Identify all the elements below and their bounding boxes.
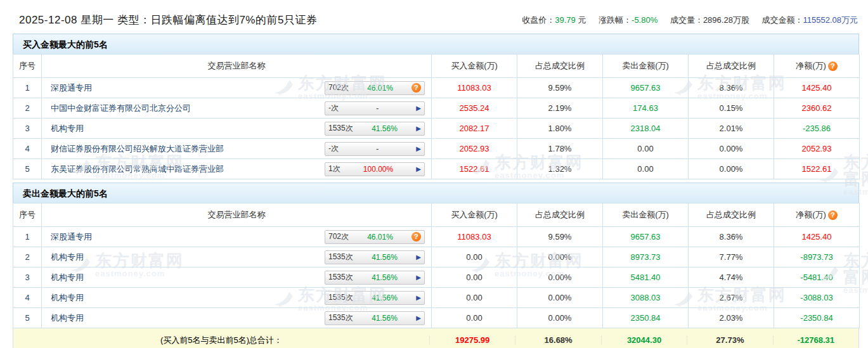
sell-ratio-cell: 8.36% xyxy=(689,78,774,98)
seq-cell: 4 xyxy=(13,288,42,308)
branch-history-badge[interactable]: 1535次41.56%▶ xyxy=(325,311,425,325)
close-price-label: 收盘价： xyxy=(522,15,555,25)
sell-ratio-cell: 8.36% xyxy=(689,227,774,247)
col-seq: 序号 xyxy=(13,55,42,78)
volume-value: 2896.28万股 xyxy=(703,15,749,25)
branch-history-badge[interactable]: 1535次41.56%▶ xyxy=(325,250,425,264)
badge-count: -次 xyxy=(328,143,339,154)
buy-ratio-cell: 2.19% xyxy=(517,98,603,119)
sell-amount-cell: 2350.84 xyxy=(603,308,689,328)
chevron-right-icon: ▶ xyxy=(416,105,421,112)
close-price-value: 39.79 xyxy=(555,15,576,25)
help-icon[interactable]: ? xyxy=(411,232,421,242)
change-pct-label: 涨跌幅： xyxy=(599,15,632,25)
branch-name-cell: 财信证券股份有限公司绍兴解放大道证券营业部-次-▶ xyxy=(42,139,432,159)
branch-name-inner: 机构专用1535次41.56%▶ xyxy=(51,291,425,305)
branch-name: 机构专用 xyxy=(51,252,84,263)
total-sell-amount-cell: 32044.30 xyxy=(601,335,687,345)
buy-ratio-cell: 1.78% xyxy=(517,139,603,159)
badge-pct: - xyxy=(376,104,379,113)
badge-count: 1535次 xyxy=(328,313,353,323)
total-sell-ratio-cell: 27.73% xyxy=(687,335,772,345)
help-icon[interactable]: ? xyxy=(828,210,838,220)
sell-ratio-cell: 0.00% xyxy=(689,159,774,179)
sell-ratio-cell: 7.77% xyxy=(689,247,774,267)
buy-ratio-cell: 0.00% xyxy=(517,308,603,328)
badge-count: 1535次 xyxy=(328,123,353,134)
help-icon[interactable]: ? xyxy=(828,61,838,71)
chevron-right-icon: ▶ xyxy=(416,166,421,172)
branch-history-badge[interactable]: -次-▶ xyxy=(325,142,425,156)
table-row: 1深股通专用702次46.01%?11083.039.59%9657.638.3… xyxy=(13,227,860,247)
sell-amount-cell: 0.00 xyxy=(603,159,689,179)
branch-name: 机构专用 xyxy=(51,123,84,134)
buy-amount-cell: 1522.61 xyxy=(432,159,517,179)
branch-name: 深股通专用 xyxy=(51,82,92,94)
turnover-label: 成交金额： xyxy=(762,15,803,25)
seq-cell: 3 xyxy=(13,267,42,288)
branch-name-cell: 深股通专用702次46.01%? xyxy=(42,227,432,247)
branch-history-badge[interactable]: 1次100.00%▶ xyxy=(325,162,425,176)
branch-name: 深股通专用 xyxy=(51,231,92,243)
change-pct-stat: 涨跌幅：-5.80% xyxy=(599,15,657,25)
branch-history-badge[interactable]: -次-▶ xyxy=(325,101,425,115)
sell-amount-cell: 8973.73 xyxy=(603,247,689,267)
sell-amount-cell: 0.00 xyxy=(603,139,689,159)
help-icon[interactable]: ? xyxy=(411,83,421,93)
badge-pct: 41.56% xyxy=(372,293,398,302)
badge-count: 1535次 xyxy=(328,252,353,262)
seq-cell: 2 xyxy=(13,247,42,267)
branch-name: 机构专用 xyxy=(51,313,84,324)
sell-amount-cell: 9657.63 xyxy=(603,227,689,247)
branch-history-badge[interactable]: 702次46.01%? xyxy=(325,230,425,244)
branch-history-badge[interactable]: 1535次41.56%▶ xyxy=(325,271,425,285)
net-amount-cell: -5481.40 xyxy=(774,267,860,288)
buy-ratio-cell: 0.00% xyxy=(517,247,603,267)
branch-name-cell: 机构专用1535次41.56%▶ xyxy=(42,247,432,267)
sell-table-body: 1深股通专用702次46.01%?11083.039.59%9657.638.3… xyxy=(13,227,860,328)
sell-ratio-cell: 2.03% xyxy=(689,308,774,328)
sell-amount-cell: 5481.40 xyxy=(603,267,689,288)
branch-name-inner: 深股通专用702次46.01%? xyxy=(51,81,425,95)
col-sell-amount: 卖出金额(万) xyxy=(603,203,689,227)
close-price-unit: 元 xyxy=(576,15,586,25)
col-buy-ratio: 占总成交比例 xyxy=(517,55,603,78)
branch-history-badge[interactable]: 1535次41.56%▶ xyxy=(325,122,425,136)
grand-total-label: (买入前5名与卖出前5名)总合计： xyxy=(13,335,429,346)
seq-cell: 3 xyxy=(13,119,42,139)
sell-ratio-cell: 0.00% xyxy=(689,139,774,159)
buy-ratio-cell: 0.00% xyxy=(517,288,603,308)
branch-history-badge[interactable]: 1535次41.56%▶ xyxy=(325,291,425,305)
turnover-value: 115552.08万元 xyxy=(803,15,858,25)
badge-pct: - xyxy=(376,145,379,153)
col-sell-ratio: 占总成交比例 xyxy=(689,203,774,227)
seq-cell: 5 xyxy=(13,308,42,328)
badge-count: 1535次 xyxy=(328,292,353,303)
table-row: 2机构专用1535次41.56%▶0.000.00%8973.737.77%-8… xyxy=(13,247,860,267)
col-seq: 序号 xyxy=(13,203,42,227)
branch-history-badge[interactable]: 702次46.01%? xyxy=(325,81,425,95)
badge-count: 1535次 xyxy=(328,272,353,283)
badge-pct: 46.01% xyxy=(367,84,393,93)
branch-name-cell: 深股通专用702次46.01%? xyxy=(42,78,432,98)
table-row: 1深股通专用702次46.01%?11083.039.59%9657.638.3… xyxy=(13,78,860,98)
sell-ratio-cell: 4.74% xyxy=(689,267,774,288)
net-amount-cell: -3088.03 xyxy=(774,288,860,308)
branch-name-cell: 机构专用1535次41.56%▶ xyxy=(42,288,432,308)
chevron-right-icon: ▶ xyxy=(416,295,421,301)
branch-name: 东吴证券股份有限公司常熟商城中路证券营业部 xyxy=(51,164,224,175)
net-amount-cell: 2360.62 xyxy=(774,98,860,119)
volume-label: 成交量： xyxy=(670,15,703,25)
buy-amount-cell: 2052.93 xyxy=(432,139,517,159)
branch-name-inner: 中国中金财富证券有限公司北京分公司-次-▶ xyxy=(51,101,425,115)
badge-pct: 41.56% xyxy=(372,314,398,323)
branch-name: 机构专用 xyxy=(51,272,84,283)
branch-name-inner: 东吴证券股份有限公司常熟商城中路证券营业部1次100.00%▶ xyxy=(51,162,425,176)
branch-name-inner: 财信证券股份有限公司绍兴解放大道证券营业部-次-▶ xyxy=(51,142,425,156)
badge-pct: 41.56% xyxy=(372,273,398,282)
badge-pct: 100.00% xyxy=(363,165,393,174)
net-amount-cell: -2350.84 xyxy=(774,308,860,328)
buy-ratio-cell: 1.32% xyxy=(517,159,603,179)
chevron-right-icon: ▶ xyxy=(416,126,421,132)
buy-ratio-cell: 9.59% xyxy=(517,78,603,98)
